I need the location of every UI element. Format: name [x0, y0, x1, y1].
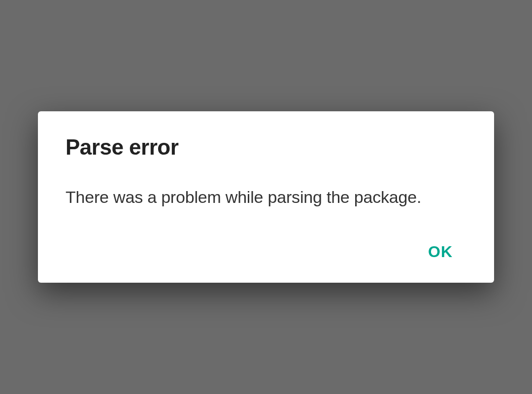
- error-dialog: Parse error There was a problem while pa…: [38, 111, 494, 283]
- dialog-title: Parse error: [66, 135, 466, 160]
- dialog-message: There was a problem while parsing the pa…: [66, 185, 466, 209]
- ok-button[interactable]: OK: [420, 239, 461, 265]
- dialog-actions: OK: [66, 239, 466, 269]
